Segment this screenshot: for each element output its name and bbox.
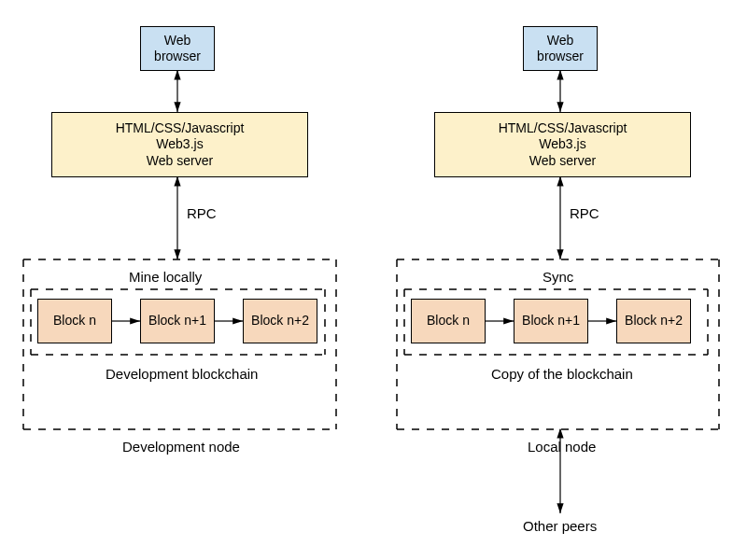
right-block-n2-label: Block n+2: [625, 313, 683, 329]
right-server-line2: Web3.js: [539, 136, 585, 153]
left-server-line2: Web3.js: [156, 136, 203, 153]
connector-overlay: [0, 0, 747, 560]
left-block-n1-box: Block n+1: [140, 299, 215, 343]
left-block-n2-box: Block n+2: [243, 299, 317, 343]
left-mine-locally-label: Mine locally: [129, 269, 202, 285]
diagram-canvas: Web browser HTML/CSS/Javascript Web3.js …: [0, 0, 747, 560]
right-web-browser-box: Web browser: [523, 26, 598, 71]
left-web-server-box: HTML/CSS/Javascript Web3.js Web server: [51, 112, 308, 177]
right-rpc-label: RPC: [570, 205, 599, 221]
left-server-line1: HTML/CSS/Javascript: [116, 120, 245, 137]
right-web-server-box: HTML/CSS/Javascript Web3.js Web server: [434, 112, 691, 177]
right-blockchain-caption: Copy of the blockchain: [491, 366, 633, 382]
other-peers-label: Other peers: [523, 518, 597, 534]
left-web-browser-label: Web browser: [141, 33, 214, 65]
left-server-line3: Web server: [147, 153, 213, 170]
right-block-n-box: Block n: [411, 299, 486, 343]
right-block-n1-box: Block n+1: [514, 299, 588, 343]
right-block-n1-label: Block n+1: [522, 313, 580, 329]
right-node-caption: Local node: [528, 439, 596, 455]
left-block-n-label: Block n: [53, 313, 96, 329]
left-rpc-label: RPC: [187, 205, 217, 221]
left-block-n-box: Block n: [37, 299, 112, 343]
right-web-browser-label: Web browser: [524, 33, 597, 65]
left-blockchain-caption: Development blockchain: [106, 366, 258, 382]
right-server-line3: Web server: [529, 153, 596, 170]
right-block-n-label: Block n: [427, 313, 470, 329]
right-sync-label: Sync: [543, 269, 573, 285]
left-web-browser-box: Web browser: [140, 26, 215, 71]
right-block-n2-box: Block n+2: [616, 299, 691, 343]
left-block-n2-label: Block n+2: [251, 313, 309, 329]
left-node-caption: Development node: [122, 439, 240, 455]
left-block-n1-label: Block n+1: [148, 313, 206, 329]
right-server-line1: HTML/CSS/Javascript: [499, 120, 627, 137]
